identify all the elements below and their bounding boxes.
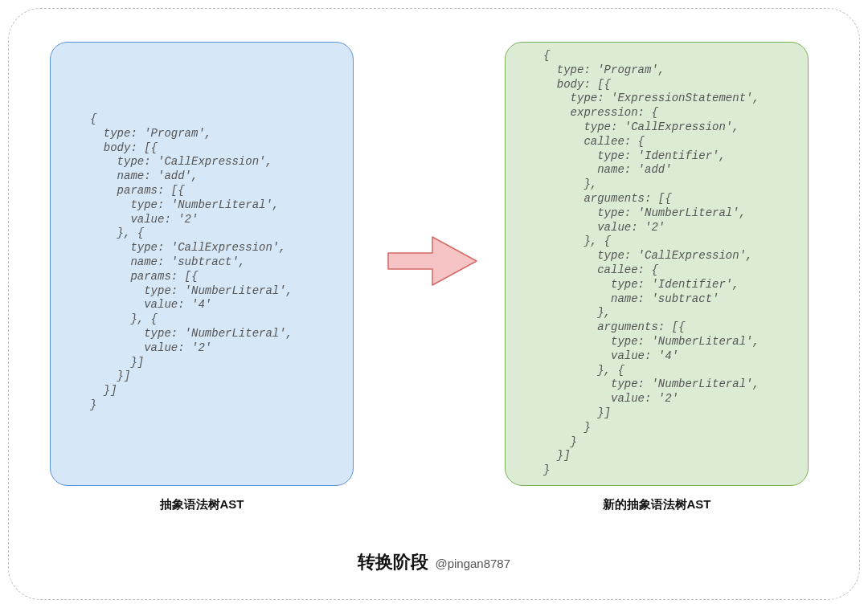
arrow-icon bbox=[384, 233, 481, 289]
footer: 转换阶段 @pingan8787 bbox=[0, 550, 868, 574]
left-code-block: { type: 'Program', body: [{ type: 'CallE… bbox=[90, 112, 293, 413]
right-code-block: { type: 'Program', body: [{ type: 'Expre… bbox=[543, 49, 760, 478]
left-box-label: 抽象语法树AST bbox=[50, 497, 354, 512]
right-box-label: 新的抽象语法树AST bbox=[505, 497, 809, 512]
footer-author: @pingan8787 bbox=[435, 557, 510, 570]
footer-title: 转换阶段 bbox=[358, 552, 428, 572]
